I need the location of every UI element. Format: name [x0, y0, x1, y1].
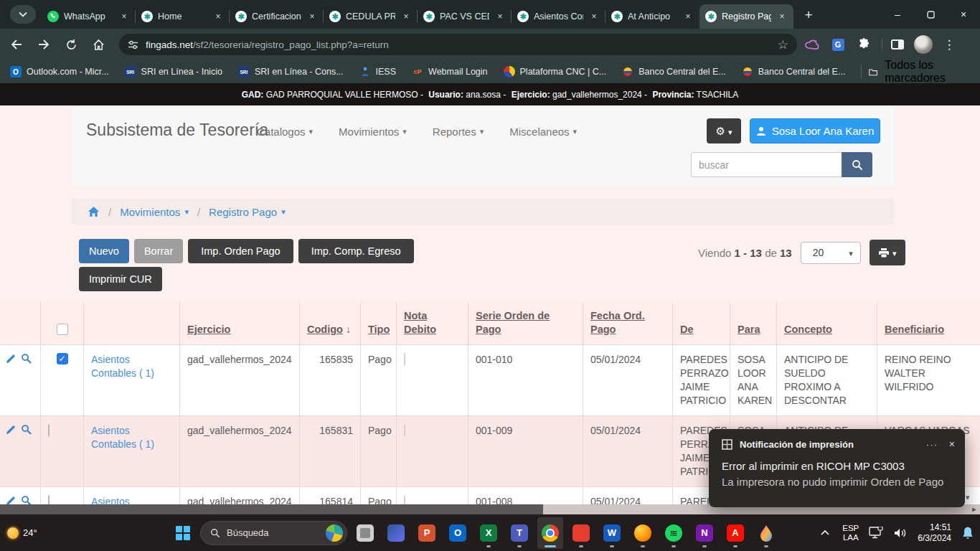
all-bookmarks[interactable]: Todos los marcadores	[861, 59, 970, 85]
menu-reportes[interactable]: Reportes	[433, 126, 484, 138]
taskbar-app-outlook[interactable]: O	[445, 517, 471, 549]
view-icon[interactable]	[21, 424, 32, 435]
nota-debito-checkbox[interactable]	[404, 424, 405, 437]
notification-close-icon[interactable]	[949, 438, 955, 450]
header-serie-orden-pago[interactable]: Serie Orden de Pago	[468, 301, 583, 345]
scrollbar-thumb[interactable]	[0, 504, 543, 514]
tab-close-icon[interactable]	[212, 11, 224, 22]
tab-home[interactable]: Home	[136, 4, 230, 29]
window-maximize-button[interactable]	[914, 0, 947, 29]
profile-avatar[interactable]	[913, 34, 934, 55]
search-input[interactable]	[691, 152, 842, 177]
breadcrumb-registro-pago[interactable]: Registro Pago	[209, 206, 286, 218]
tab-whatsapp[interactable]: WhatsApp	[42, 4, 136, 29]
imprimir-cur-button[interactable]: Imprimir CUR	[79, 267, 162, 291]
taskbar-search[interactable]: Búsqueda	[200, 521, 347, 545]
tab-close-icon[interactable]	[306, 11, 318, 22]
bookmark-cnc[interactable]: Plataforma CNC | C...	[504, 66, 607, 77]
browser-menu-icon[interactable]	[938, 34, 960, 55]
header-de[interactable]: De	[673, 301, 730, 345]
imp-orden-pago-button[interactable]: Imp. Orden Pago	[188, 239, 293, 263]
view-icon[interactable]	[21, 353, 32, 364]
select-all-checkbox[interactable]	[57, 324, 68, 335]
tab-close-icon[interactable]	[400, 11, 412, 22]
taskbar-app-phone-link[interactable]	[383, 517, 409, 549]
forward-button[interactable]	[33, 34, 55, 55]
imp-comp-egreso-button[interactable]: Imp. Comp. Egreso	[298, 239, 414, 263]
edit-icon[interactable]	[6, 495, 17, 504]
tab-close-icon[interactable]	[118, 11, 130, 22]
search-button[interactable]	[842, 152, 872, 177]
tab-cedula-pre[interactable]: CEDULA PRE	[324, 4, 418, 29]
nota-debito-checkbox[interactable]	[404, 353, 405, 366]
bookmark-sri-consultas[interactable]: SRISRI en Línea - Cons...	[238, 66, 344, 77]
tab-asientos-contables[interactable]: Asientos Cor	[512, 4, 606, 29]
tab-at-anticipo[interactable]: At Anticipo	[606, 4, 699, 29]
header-beneficiario[interactable]: Beneficiario	[877, 301, 980, 345]
clock[interactable]: 14:51 6/3/2024	[918, 522, 951, 544]
header-nota-debito[interactable]: Nota Debito	[397, 301, 468, 345]
taskbar-app-spotify[interactable]	[661, 517, 687, 549]
refresh-button[interactable]	[60, 34, 82, 55]
taskbar-app-word[interactable]: W	[599, 517, 625, 549]
header-concepto[interactable]: Concepto	[777, 301, 877, 345]
nota-debito-checkbox[interactable]	[404, 495, 405, 504]
home-button[interactable]	[88, 34, 109, 55]
taskbar-app-teams[interactable]: T	[507, 517, 532, 549]
menu-miscelaneos[interactable]: Miscelaneos	[509, 126, 577, 138]
notification-more-icon[interactable]	[926, 439, 938, 450]
address-bar[interactable]: fingads.net/sf2/tesoreria/registro_pago_…	[119, 34, 797, 55]
taskbar-app-chrome[interactable]	[537, 517, 563, 549]
new-tab-button[interactable]	[798, 4, 819, 26]
language-indicator[interactable]: ESP LAA	[842, 524, 859, 542]
bookmark-sri-inicio[interactable]: SRISRI en Línea - Inicio	[125, 66, 222, 77]
borrar-button[interactable]: Borrar	[134, 239, 183, 263]
tab-close-icon[interactable]	[776, 11, 788, 22]
tab-search-button[interactable]	[10, 5, 36, 24]
translate-icon[interactable]: G	[827, 34, 849, 55]
taskbar-app-paint[interactable]	[753, 517, 779, 549]
weather-widget[interactable]: 24°	[7, 514, 37, 551]
row-checkbox[interactable]	[57, 353, 68, 364]
network-icon[interactable]	[869, 527, 883, 539]
asientos-contables-link[interactable]: Asientos Contables ( 1)	[91, 496, 154, 504]
row-checkbox[interactable]	[48, 495, 50, 504]
print-dropdown-button[interactable]	[870, 240, 905, 265]
weather-extension-icon[interactable]	[801, 34, 823, 55]
header-tipo[interactable]: Tipo	[361, 301, 397, 345]
bookmark-outlook[interactable]: OOutlook.com - Micr...	[10, 66, 109, 77]
taskbar-app-pdf[interactable]	[568, 517, 594, 549]
edit-icon[interactable]	[6, 353, 17, 364]
tab-certificacion[interactable]: Certificacion	[230, 4, 324, 29]
scroll-down-arrow-icon[interactable]	[966, 493, 970, 502]
breadcrumb-movimientos[interactable]: Movimientos	[120, 206, 189, 218]
taskbar-overflow-chevron[interactable]	[818, 530, 832, 535]
bookmark-star-icon[interactable]	[778, 37, 788, 52]
settings-button[interactable]	[707, 118, 741, 143]
home-breadcrumb-icon[interactable]	[88, 206, 100, 217]
header-fecha-ord-pago[interactable]: Fecha Ord. Pago	[583, 301, 673, 345]
taskbar-app-excel[interactable]: X	[476, 517, 501, 549]
bookmark-iess[interactable]: IESS	[359, 66, 397, 77]
start-button[interactable]	[171, 521, 195, 545]
header-ejercicio[interactable]: Ejercicio	[180, 301, 300, 345]
bookmark-banco-central-1[interactable]: Banco Central del E...	[622, 66, 726, 77]
window-minimize-button[interactable]	[881, 0, 914, 29]
menu-catalogos[interactable]: Catalogos	[257, 126, 313, 138]
taskbar-app-acrobat[interactable]: A	[722, 517, 748, 549]
tab-close-icon[interactable]	[588, 11, 600, 22]
view-icon[interactable]	[21, 495, 32, 504]
taskbar-app-firefox[interactable]	[630, 517, 656, 549]
side-panel-icon[interactable]	[887, 34, 908, 55]
header-para[interactable]: Para	[730, 301, 777, 345]
edit-icon[interactable]	[6, 424, 17, 435]
taskbar-app-onenote[interactable]: N	[692, 517, 717, 549]
tab-pac-vs-cedula[interactable]: PAC VS CEDU	[418, 4, 512, 29]
asientos-contables-link[interactable]: Asientos Contables ( 1)	[91, 425, 154, 450]
taskbar-app-task-view[interactable]	[352, 517, 378, 549]
extensions-puzzle-icon[interactable]	[853, 34, 875, 55]
user-button[interactable]: Sosa Loor Ana Karen	[750, 118, 880, 143]
header-codigo[interactable]: Codigo	[300, 301, 361, 345]
bookmark-webmail[interactable]: cPWebmail Login	[412, 66, 487, 77]
tab-close-icon[interactable]	[494, 11, 506, 22]
